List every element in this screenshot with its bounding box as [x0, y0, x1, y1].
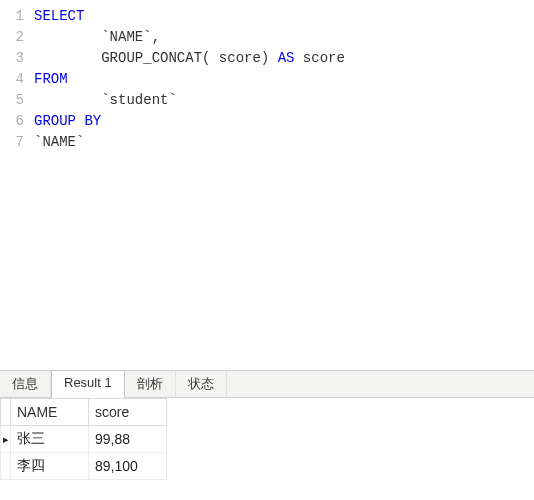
- line-number: 5: [0, 90, 34, 111]
- table-cell[interactable]: 89,100: [89, 453, 167, 480]
- code-content[interactable]: `student`: [34, 90, 534, 111]
- column-header[interactable]: NAME: [11, 399, 89, 426]
- tab-剖析[interactable]: 剖析: [125, 371, 176, 397]
- column-header[interactable]: score: [89, 399, 167, 426]
- code-content[interactable]: `NAME`: [34, 132, 534, 153]
- row-marker: [1, 453, 11, 480]
- code-content[interactable]: GROUP_CONCAT( score) AS score: [34, 48, 534, 69]
- code-line[interactable]: 5 `student`: [0, 90, 534, 111]
- code-line[interactable]: 1SELECT: [0, 6, 534, 27]
- code-content[interactable]: SELECT: [34, 6, 534, 27]
- sql-editor[interactable]: 1SELECT2 `NAME`,3 GROUP_CONCAT( score) A…: [0, 0, 534, 370]
- result-table[interactable]: NAMEscore▸张三99,88李四89,100: [0, 398, 167, 480]
- table-row[interactable]: 李四89,100: [1, 453, 167, 480]
- code-line[interactable]: 6GROUP BY: [0, 111, 534, 132]
- line-number: 3: [0, 48, 34, 69]
- line-number: 7: [0, 132, 34, 153]
- line-number: 1: [0, 6, 34, 27]
- code-line[interactable]: 4FROM: [0, 69, 534, 90]
- table-cell[interactable]: 99,88: [89, 426, 167, 453]
- row-marker: ▸: [1, 426, 11, 453]
- line-number: 6: [0, 111, 34, 132]
- code-content[interactable]: `NAME`,: [34, 27, 534, 48]
- code-line[interactable]: 2 `NAME`,: [0, 27, 534, 48]
- code-line[interactable]: 7`NAME`: [0, 132, 534, 153]
- line-number: 4: [0, 69, 34, 90]
- tab-result-1[interactable]: Result 1: [51, 370, 125, 398]
- table-cell[interactable]: 张三: [11, 426, 89, 453]
- table-row[interactable]: ▸张三99,88: [1, 426, 167, 453]
- tab-信息[interactable]: 信息: [0, 371, 51, 397]
- table-cell[interactable]: 李四: [11, 453, 89, 480]
- tab-状态[interactable]: 状态: [176, 371, 227, 397]
- line-number: 2: [0, 27, 34, 48]
- code-line[interactable]: 3 GROUP_CONCAT( score) AS score: [0, 48, 534, 69]
- row-marker-header: [1, 399, 11, 426]
- result-tabs: 信息Result 1剖析状态: [0, 370, 534, 398]
- code-content[interactable]: GROUP BY: [34, 111, 534, 132]
- code-content[interactable]: FROM: [34, 69, 534, 90]
- result-panel: NAMEscore▸张三99,88李四89,100: [0, 398, 534, 480]
